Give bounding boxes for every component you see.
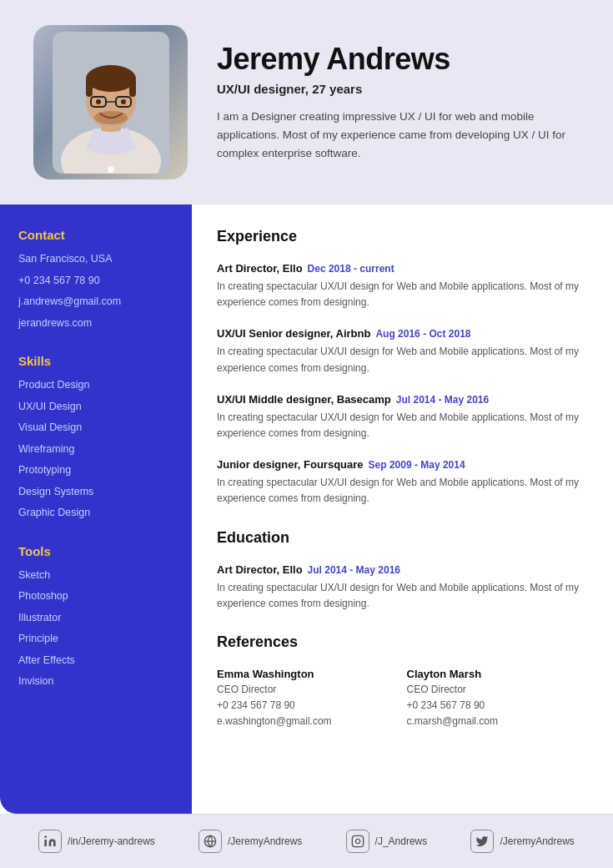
tool-sketch: Sketch xyxy=(18,568,173,583)
linkedin-icon xyxy=(38,830,62,853)
exp-company-3: UX/UI Middle designer, Basecamp xyxy=(217,393,391,406)
svg-point-12 xyxy=(94,111,128,124)
edu-desc-1: In creating spectacular UX/UI design for… xyxy=(217,580,588,612)
references-section: References Emma Washington CEO Director … xyxy=(217,633,588,730)
sidebar-contact-section: Contact San Francisco, USA +0 234 567 78… xyxy=(18,228,173,331)
experience-item-4: Junior designer, Foursquare Sep 2009 - M… xyxy=(217,458,588,507)
experience-section: Experience Art Director, Ello Dec 2018 -… xyxy=(217,228,588,507)
tool-invision: Invision xyxy=(18,674,173,689)
exp-company-1: Art Director, Ello xyxy=(217,262,303,275)
contact-website: jerandrews.com xyxy=(18,316,173,331)
tool-illustrator: Illustrator xyxy=(18,611,173,626)
skill-wireframing: Wireframing xyxy=(18,442,173,457)
ref1-phone: +0 234 567 78 90 xyxy=(217,698,399,714)
tool-principle: Principle xyxy=(18,632,173,647)
references-title: References xyxy=(217,633,588,654)
exp-company-4: Junior designer, Foursquare xyxy=(217,458,364,471)
references-grid: Emma Washington CEO Director +0 234 567 … xyxy=(217,668,588,730)
header-section: Jeremy Andrews UX/UI designer, 27 years … xyxy=(0,0,613,204)
svg-point-13 xyxy=(44,835,47,838)
education-item-1: Art Director, Ello Jul 2014 - May 2016 I… xyxy=(217,563,588,612)
main-content: Experience Art Director, Ello Dec 2018 -… xyxy=(192,204,613,814)
experience-header-4: Junior designer, Foursquare Sep 2009 - M… xyxy=(217,458,588,471)
experience-header-2: UX/UI Senior designer, Airbnb Aug 2016 -… xyxy=(217,327,588,340)
skill-design-systems: Design Systems xyxy=(18,485,173,500)
skill-visual-design: Visual Design xyxy=(18,421,173,436)
svg-rect-16 xyxy=(352,835,363,846)
sidebar: Contact San Francisco, USA +0 234 567 78… xyxy=(0,204,192,814)
exp-desc-3: In creating spectacular UX/UI design for… xyxy=(217,410,588,442)
contact-email: j.andrews@gmail.com xyxy=(18,295,173,310)
svg-rect-6 xyxy=(129,78,136,97)
profile-photo xyxy=(33,25,188,179)
instagram-icon xyxy=(346,830,369,853)
experience-item-3: UX/UI Middle designer, Basecamp Jul 2014… xyxy=(217,393,588,442)
education-section: Education Art Director, Ello Jul 2014 - … xyxy=(217,529,588,612)
footer-linkedin: /in/Jeremy-andrews xyxy=(38,830,155,853)
education-title: Education xyxy=(217,529,588,550)
exp-date-3: Jul 2014 - May 2016 xyxy=(396,394,489,406)
svg-point-11 xyxy=(121,99,126,104)
experience-header-1: Art Director, Ello Dec 2018 - current xyxy=(217,262,588,275)
contact-phone: +0 234 567 78 90 xyxy=(18,274,173,289)
skill-product-design: Product Design xyxy=(18,378,173,393)
photo-dot xyxy=(108,166,114,173)
candidate-description: I am a Designer creating impressive UX /… xyxy=(217,108,588,164)
exp-date-2: Aug 2016 - Oct 2018 xyxy=(375,328,470,340)
sidebar-tools-section: Tools Sketch Photoshop Illustrator Princ… xyxy=(18,544,173,689)
ref2-email: c.marsh@gmail.com xyxy=(407,714,589,729)
reference-1: Emma Washington CEO Director +0 234 567 … xyxy=(217,668,399,730)
exp-company-2: UX/UI Senior designer, Airbnb xyxy=(217,327,370,340)
ref1-name: Emma Washington xyxy=(217,668,399,680)
tool-photoshop: Photoshop xyxy=(18,589,173,604)
skill-graphic-design: Graphic Design xyxy=(18,506,173,521)
footer-globe: /JeremyAndrews xyxy=(198,830,302,853)
globe-label: /JeremyAndrews xyxy=(228,835,302,847)
footer-instagram: /J_Andrews xyxy=(346,830,428,853)
experience-item-2: UX/UI Senior designer, Airbnb Aug 2016 -… xyxy=(217,327,588,376)
ref2-title: CEO Director xyxy=(407,682,589,698)
sidebar-skills-section: Skills Product Design UX/UI Design Visua… xyxy=(18,354,173,521)
edu-date-1: Jul 2014 - May 2016 xyxy=(308,564,400,576)
contact-title: Contact xyxy=(18,228,173,242)
experience-header-3: UX/UI Middle designer, Basecamp Jul 2014… xyxy=(217,393,588,406)
tool-after-effects: After Effects xyxy=(18,654,173,669)
exp-desc-1: In creating spectacular UX/UI design for… xyxy=(217,279,588,310)
twitter-icon xyxy=(470,830,494,853)
ref1-email: e.washington@gmail.com xyxy=(217,714,399,729)
experience-item-1: Art Director, Ello Dec 2018 - current In… xyxy=(217,262,588,310)
edu-company-1: Art Director, Ello xyxy=(217,563,303,576)
skills-title: Skills xyxy=(18,354,173,368)
exp-date-4: Sep 2009 - May 2014 xyxy=(369,459,465,471)
svg-point-10 xyxy=(96,99,101,104)
linkedin-label: /in/Jeremy-andrews xyxy=(68,835,155,847)
experience-title: Experience xyxy=(217,228,588,249)
footer-section: /in/Jeremy-andrews /JeremyAndrews /J xyxy=(0,814,613,868)
svg-rect-5 xyxy=(86,78,93,97)
tools-title: Tools xyxy=(18,544,173,558)
contact-address: San Francisco, USA xyxy=(18,252,173,267)
exp-desc-2: In creating spectacular UX/UI design for… xyxy=(217,344,588,376)
ref2-name: Clayton Marsh xyxy=(407,668,589,680)
skill-uxui-design: UX/UI Design xyxy=(18,400,173,415)
twitter-label: /JeremyAndrews xyxy=(500,835,574,847)
exp-desc-4: In creating spectacular UX/UI design for… xyxy=(217,475,588,507)
skill-prototyping: Prototyping xyxy=(18,463,173,478)
globe-icon xyxy=(198,830,222,853)
resume-wrapper: Jeremy Andrews UX/UI designer, 27 years … xyxy=(0,0,613,868)
education-header-1: Art Director, Ello Jul 2014 - May 2016 xyxy=(217,563,588,576)
reference-2: Clayton Marsh CEO Director +0 234 567 78… xyxy=(407,668,589,730)
exp-date-1: Dec 2018 - current xyxy=(308,263,394,275)
svg-point-4 xyxy=(86,65,136,92)
footer-twitter: /JeremyAndrews xyxy=(470,830,574,853)
ref1-title: CEO Director xyxy=(217,682,399,698)
instagram-label: /J_Andrews xyxy=(375,835,428,847)
candidate-name: Jeremy Andrews xyxy=(217,42,588,77)
ref2-phone: +0 234 567 78 90 xyxy=(407,698,589,714)
header-info: Jeremy Andrews UX/UI designer, 27 years … xyxy=(217,42,588,164)
body-section: Contact San Francisco, USA +0 234 567 78… xyxy=(0,204,613,814)
candidate-subtitle: UX/UI designer, 27 years xyxy=(217,82,588,96)
